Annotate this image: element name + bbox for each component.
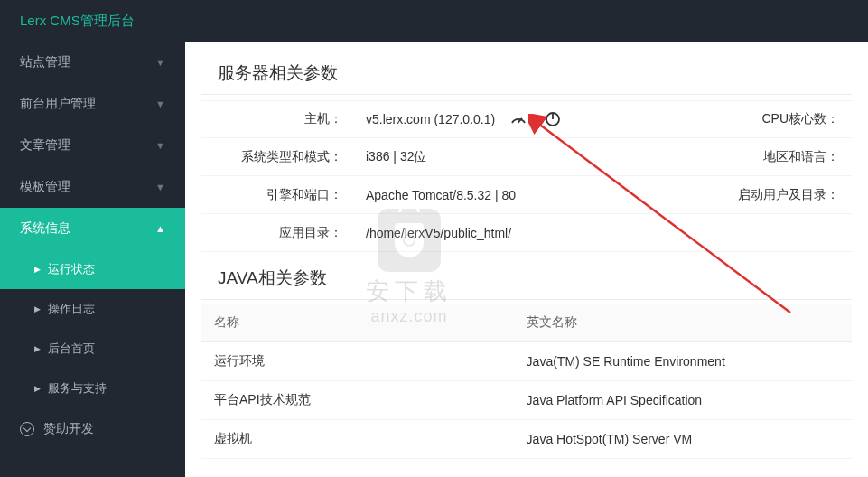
sidebar-item-articles[interactable]: 文章管理 ▼ [0, 125, 185, 166]
params-row-host: 主机： v5.lerx.com (127.0.0.1) CPU核心数： [201, 100, 852, 138]
table-row: 运行环境 Java(TM) SE Runtime Environment [201, 342, 852, 381]
chevron-down-icon: ▼ [155, 98, 165, 109]
sidebar-sponsor[interactable]: 赞助开发 [0, 408, 185, 450]
sidebar-item-users[interactable]: 前台用户管理 ▼ [0, 83, 185, 125]
params-label: 引擎和端口： [201, 187, 355, 203]
params-value: Apache Tomcat/8.5.32 | 80 [355, 188, 635, 202]
cell-en: Java Platform API Specification [514, 381, 852, 420]
server-section: 服务器相关参数 主机： v5.lerx.com (127.0.0.1) CPU核… [201, 52, 852, 252]
table-row: 虚拟机 Java HotSpot(TM) Server VM [201, 420, 852, 459]
params-label-right: 地区和语言： [635, 149, 852, 165]
sidebar-item-system[interactable]: 系统信息 ▲ [0, 208, 185, 249]
sidebar-item-label: 模板管理 [20, 179, 70, 195]
submenu-support[interactable]: ▶ 服务与支持 [0, 369, 185, 408]
params-row-system: 系统类型和模式： i386 | 32位 地区和语言： [201, 138, 852, 176]
sidebar-item-templates[interactable]: 模板管理 ▼ [0, 166, 185, 208]
sponsor-label: 赞助开发 [43, 421, 94, 437]
triangle-right-icon: ▶ [34, 304, 41, 313]
sidebar-item-label: 站点管理 [20, 54, 70, 70]
th-name: 名称 [201, 304, 514, 342]
sidebar-item-label: 文章管理 [20, 137, 70, 154]
submenu-admin-home[interactable]: ▶ 后台首页 [0, 329, 185, 369]
triangle-right-icon: ▶ [34, 384, 41, 393]
submenu-run-status[interactable]: ▶ 运行状态 [0, 249, 185, 289]
cell-name: 平台API技术规范 [201, 381, 514, 420]
params-value: i386 | 32位 [355, 149, 635, 165]
params-value: v5.lerx.com (127.0.0.1) [355, 108, 635, 130]
params-value: /home/lerxV5/public_html/ [355, 226, 635, 240]
triangle-right-icon: ▶ [34, 265, 41, 274]
server-section-title: 服务器相关参数 [201, 52, 852, 95]
sidebar: 站点管理 ▼ 前台用户管理 ▼ 文章管理 ▼ 模板管理 ▼ 系统信息 ▲ ▶ 运… [0, 42, 185, 477]
chevron-up-icon: ▲ [155, 223, 165, 234]
submenu-label: 运行状态 [48, 261, 95, 277]
submenu-label: 操作日志 [48, 301, 95, 317]
triangle-right-icon: ▶ [34, 344, 41, 353]
params-label: 系统类型和模式： [201, 149, 355, 165]
params-row-engine: 引擎和端口： Apache Tomcat/8.5.32 | 80 启动用户及目录… [201, 176, 852, 214]
cell-en: Java(TM) SE Runtime Environment [514, 342, 852, 381]
cell-en: Java HotSpot(TM) Server VM [514, 420, 852, 459]
java-section-title: JAVA相关参数 [201, 257, 852, 300]
sidebar-item-label: 系统信息 [20, 220, 70, 237]
java-table: 名称 英文名称 运行环境 Java(TM) SE Runtime Environ… [201, 304, 852, 459]
app-title: Lerx CMS管理后台 [20, 13, 135, 30]
th-en: 英文名称 [514, 304, 852, 342]
submenu-label: 服务与支持 [48, 380, 107, 397]
dashboard-icon[interactable] [508, 108, 529, 130]
submenu-op-log[interactable]: ▶ 操作日志 [0, 289, 185, 329]
params-row-appdir: 应用目录： /home/lerxV5/public_html/ [201, 214, 852, 252]
main-content: 安下载 anxz.com 服务器相关参数 主机： v5.lerx.com (12… [185, 42, 868, 477]
host-value: v5.lerx.com (127.0.0.1) [366, 112, 495, 126]
app-header: Lerx CMS管理后台 [0, 0, 868, 42]
cell-name: 运行环境 [201, 342, 514, 381]
main-container: 站点管理 ▼ 前台用户管理 ▼ 文章管理 ▼ 模板管理 ▼ 系统信息 ▲ ▶ 运… [0, 42, 868, 477]
params-label-right: 启动用户及目录： [635, 187, 852, 203]
params-label-right: CPU核心数： [635, 111, 852, 127]
server-params-table: 主机： v5.lerx.com (127.0.0.1) CPU核心数： 系统类型… [201, 100, 852, 252]
params-label: 主机： [201, 111, 355, 127]
power-icon[interactable] [542, 108, 564, 130]
smile-icon [20, 422, 34, 436]
table-row: 平台API技术规范 Java Platform API Specificatio… [201, 381, 852, 420]
sidebar-item-label: 前台用户管理 [20, 96, 96, 112]
java-section: JAVA相关参数 名称 英文名称 运行环境 Java(TM) SE Runtim… [201, 257, 852, 459]
params-label: 应用目录： [201, 225, 355, 241]
chevron-down-icon: ▼ [155, 140, 165, 151]
chevron-down-icon: ▼ [155, 57, 165, 68]
submenu-label: 后台首页 [48, 341, 95, 357]
sidebar-item-site[interactable]: 站点管理 ▼ [0, 42, 185, 83]
cell-name: 虚拟机 [201, 420, 514, 459]
chevron-down-icon: ▼ [155, 182, 165, 192]
